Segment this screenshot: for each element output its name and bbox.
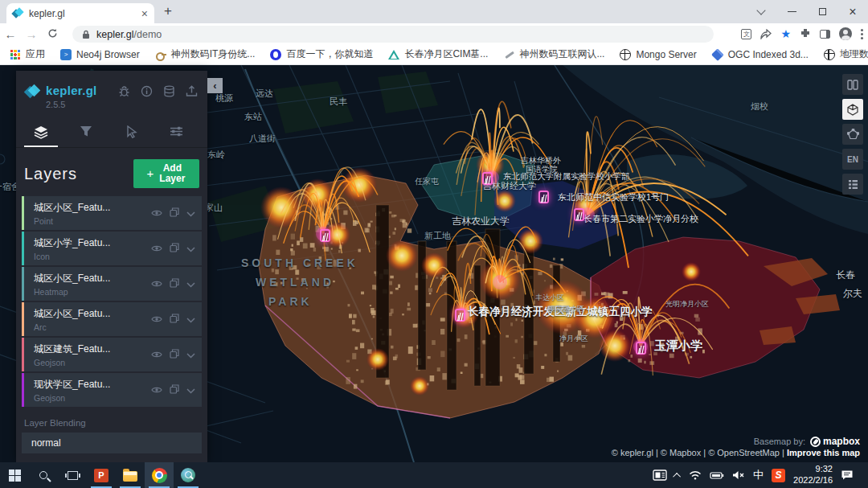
new-tab-button[interactable]: +	[164, 3, 172, 19]
bookmark-item[interactable]: OGC Indexed 3d...	[712, 49, 809, 60]
extensions-icon[interactable]	[800, 28, 811, 39]
3d-view-button[interactable]	[842, 99, 863, 120]
key-icon	[155, 49, 166, 60]
school-icon[interactable]	[482, 172, 493, 185]
info-icon[interactable]	[141, 85, 153, 97]
taskbar-gis-app[interactable]	[174, 462, 203, 488]
tab-close-icon[interactable]: ×	[141, 7, 148, 20]
reload-icon[interactable]	[42, 27, 63, 41]
add-layer-button[interactable]: + Add Layer	[133, 159, 199, 188]
bookmark-item[interactable]: 神州数码IT身份统...	[155, 47, 256, 61]
browser-tab[interactable]: kepler.gl ×	[6, 3, 154, 23]
sidebar-collapse-button[interactable]: ‹	[207, 78, 223, 93]
globe-icon	[620, 49, 631, 60]
tab-interactions[interactable]	[114, 125, 148, 147]
layer-visibility-eye-icon[interactable]	[151, 312, 162, 326]
legend-button[interactable]	[842, 174, 863, 195]
menu-kebab-icon[interactable]	[861, 33, 863, 35]
wifi-icon[interactable]	[689, 470, 702, 480]
share-icon[interactable]	[760, 29, 772, 39]
bookmark-item[interactable]: Mongo Server	[620, 49, 696, 60]
locale-button[interactable]: EN	[842, 149, 863, 170]
maximize-restore-icon[interactable]	[807, 0, 837, 23]
split-map-button[interactable]	[842, 74, 863, 95]
tab-basemap[interactable]	[159, 125, 193, 147]
layer-expand-chevron-icon[interactable]	[186, 206, 195, 220]
bookmark-item[interactable]: >Neo4j Browser	[60, 49, 140, 60]
school-icon[interactable]	[636, 342, 646, 355]
layer-expand-chevron-icon[interactable]	[186, 383, 195, 397]
notification-center-icon[interactable]	[841, 470, 854, 481]
layer-item[interactable]: 城区建筑_Featu...Geojson	[22, 338, 202, 371]
layer-duplicate-icon[interactable]	[170, 383, 179, 397]
layer-expand-chevron-icon[interactable]	[186, 347, 195, 362]
lock-icon	[82, 30, 90, 39]
bug-icon[interactable]	[118, 85, 130, 97]
minimize-icon[interactable]	[776, 0, 807, 23]
layer-duplicate-icon[interactable]	[170, 277, 179, 291]
translate-icon[interactable]: 文	[741, 29, 751, 39]
globe-icon	[824, 49, 835, 60]
taskbar-start-button[interactable]	[0, 462, 29, 488]
database-icon[interactable]	[163, 85, 175, 97]
volume-muted-icon[interactable]	[732, 470, 745, 480]
layer-duplicate-icon[interactable]	[170, 347, 179, 362]
news-widget-icon[interactable]	[653, 470, 667, 481]
layer-duplicate-icon[interactable]	[170, 312, 179, 326]
layer-expand-chevron-icon[interactable]	[186, 241, 195, 256]
tab-layers[interactable]	[24, 125, 58, 147]
reading-list-icon[interactable]	[820, 30, 830, 39]
back-icon[interactable]: ←	[0, 27, 21, 41]
taskbar-search-button[interactable]	[29, 462, 58, 488]
bookmark-star-icon[interactable]: ★	[780, 27, 791, 40]
taskbar-clock[interactable]: 9:32 2022/2/16	[793, 464, 833, 486]
bookmark-item[interactable]: 长春净月区CIM基...	[388, 47, 488, 61]
layer-item[interactable]: 城区小区_Featu...Heatmap	[22, 267, 202, 301]
bookmark-item[interactable]: 百度一下，你就知道	[270, 47, 373, 61]
bookmark-item[interactable]: 应用	[10, 47, 45, 61]
school-icon[interactable]	[538, 191, 549, 203]
taskbar-chrome[interactable]	[145, 462, 174, 488]
layer-visibility-eye-icon[interactable]	[151, 277, 162, 291]
school-icon[interactable]	[320, 229, 330, 242]
sogou-icon[interactable]: S	[772, 469, 785, 482]
draw-polygon-button[interactable]	[842, 124, 863, 145]
taskbar-powerpoint[interactable]: P	[87, 462, 116, 488]
mapbox-logo[interactable]: mapbox	[810, 436, 860, 447]
layer-name: 城区小区_Featu...	[34, 201, 151, 215]
layer-blending-select[interactable]: normal	[22, 433, 202, 453]
taskbar-explorer[interactable]	[116, 462, 145, 488]
school-icon[interactable]	[455, 309, 465, 322]
cube-icon	[711, 48, 724, 61]
tray-expand-icon[interactable]	[673, 472, 681, 480]
layer-duplicate-icon[interactable]	[170, 206, 179, 220]
layer-duplicate-icon[interactable]	[170, 241, 179, 256]
layer-visibility-eye-icon[interactable]	[151, 383, 162, 397]
improve-map-link[interactable]: Improve this map	[787, 448, 860, 457]
layer-visibility-eye-icon[interactable]	[151, 241, 162, 256]
layer-name: 城区建筑_Featu...	[34, 342, 151, 356]
layer-item[interactable]: 城区小区_Featu...Arc	[22, 302, 202, 336]
layer-expand-chevron-icon[interactable]	[186, 312, 195, 326]
bookmark-item[interactable]: 地理数据库管理—...	[824, 47, 868, 61]
layer-expand-chevron-icon[interactable]	[186, 277, 195, 291]
address-bar[interactable]: kepler.gl/demo	[72, 26, 714, 43]
tab-search-icon[interactable]	[746, 0, 776, 23]
close-window-icon[interactable]: ×	[837, 0, 868, 23]
tab-filters[interactable]	[69, 125, 103, 147]
profile-avatar[interactable]	[839, 27, 852, 40]
layer-item[interactable]: 城区小区_Featu...Point	[22, 196, 202, 230]
taskbar-task-view-button[interactable]	[58, 462, 87, 488]
map-credits[interactable]: © kepler.gl | © Mapbox | © OpenStreetMap…	[612, 448, 787, 457]
forward-icon[interactable]: →	[21, 27, 42, 41]
layer-visibility-eye-icon[interactable]	[151, 206, 162, 220]
layer-name: 城区小区_Featu...	[34, 307, 151, 321]
ime-indicator[interactable]: 中	[753, 468, 764, 482]
school-icon[interactable]	[574, 208, 584, 221]
bookmark-item[interactable]: 神州数码互联网认...	[503, 47, 604, 61]
battery-icon[interactable]	[710, 471, 724, 480]
layer-visibility-eye-icon[interactable]	[151, 347, 162, 362]
export-icon[interactable]	[186, 85, 198, 97]
layer-item[interactable]: 城区小学_Featu...Icon	[22, 232, 202, 265]
layer-item[interactable]: 现状学区_Featu...Geojson	[22, 373, 202, 407]
